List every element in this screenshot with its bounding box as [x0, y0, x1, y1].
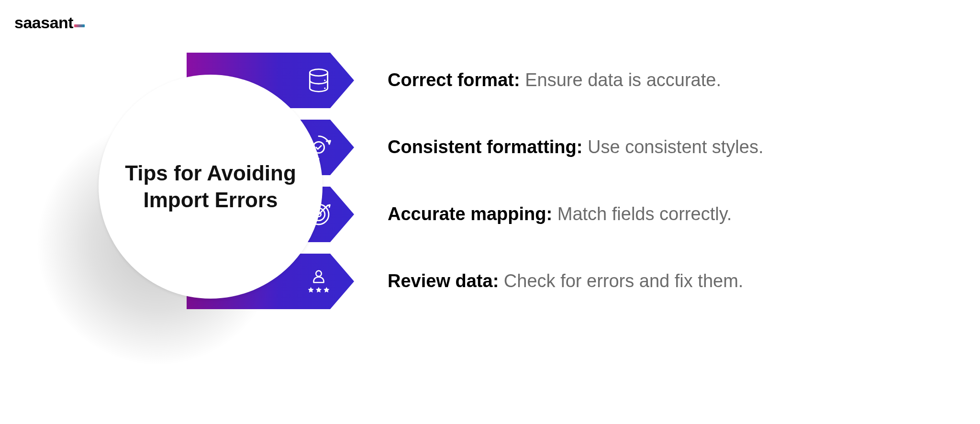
tip-title: Correct format	[388, 70, 514, 90]
center-title: Tips for Avoiding Import Errors	[125, 160, 296, 214]
tip-text: Correct format: Ensure data is accurate.	[388, 69, 721, 91]
tip-text: Review data: Check for errors and fix th…	[388, 270, 743, 292]
infographic: Correct format: Ensure data is accurate.	[0, 38, 980, 383]
tip-desc: Ensure data is accurate.	[520, 70, 721, 90]
tip-text: Consistent formatting: Use consistent st…	[388, 136, 763, 158]
brand-logo: saasant	[14, 13, 73, 32]
center-circle: Tips for Avoiding Import Errors	[77, 53, 345, 321]
circle-inner: Tips for Avoiding Import Errors	[99, 75, 323, 299]
tip-text: Accurate mapping: Match fields correctly…	[388, 203, 732, 225]
brand-name: saasant	[14, 13, 73, 32]
tip-desc: Use consistent styles.	[582, 137, 763, 157]
tip-desc: Match fields correctly.	[552, 204, 732, 224]
tip-title: Review data	[388, 271, 493, 291]
tip-title: Consistent formatting	[388, 137, 577, 157]
tip-desc: Check for errors and fix them.	[499, 271, 743, 291]
tip-title: Accurate mapping	[388, 204, 546, 224]
